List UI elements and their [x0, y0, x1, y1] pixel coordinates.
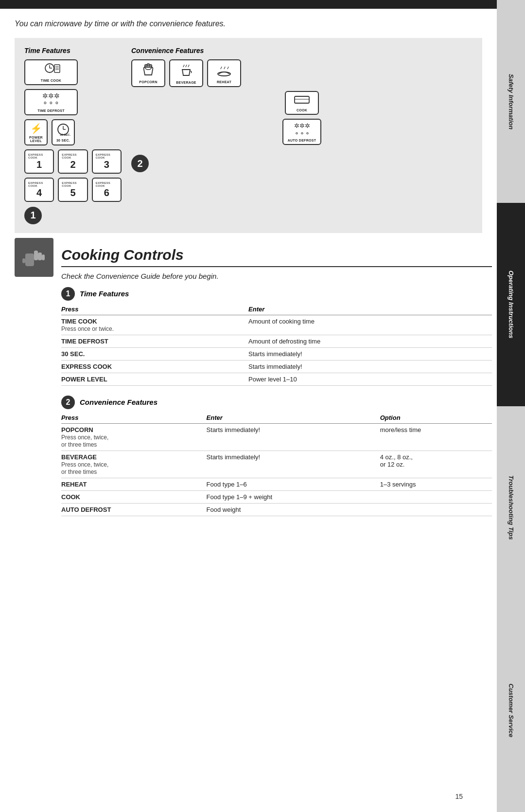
col-option-2: Option	[380, 412, 492, 424]
table-row: COOK Food type 1–9 + weight	[61, 490, 492, 503]
express-1-number: 1	[36, 159, 42, 170]
time-features-heading: Time Features	[24, 47, 122, 54]
row-enter: Starts immediately!	[207, 451, 380, 478]
row-enter: Starts immediately!	[207, 423, 380, 451]
power-sec-row: ⚡ POWERLEVEL 30 SEC. 30 SEC.	[24, 119, 122, 145]
sidebar-tab-safety[interactable]: Safety Information	[497, 0, 525, 203]
auto-defrost-icon: ✲✲✲⚬⚬⚬	[294, 122, 310, 137]
time-defrost-icon: ✲✲✲⚬⚬⚬	[42, 92, 60, 108]
convenience-features-heading: Convenience Features	[131, 47, 472, 54]
table-row: REHEAT Food type 1–6 1–3 servings	[61, 478, 492, 490]
power-level-button[interactable]: ⚡ POWERLEVEL	[24, 119, 48, 145]
svg-point-15	[218, 72, 230, 76]
time-cook-button[interactable]: TIME COOK	[24, 59, 78, 85]
express-5-button[interactable]: EXPRESS COOK 5	[58, 178, 88, 202]
conv-features-table: Press Enter Option POPCORN Press once, t…	[61, 412, 492, 516]
auto-defrost-button[interactable]: ✲✲✲⚬⚬⚬ AUTO DEFROST	[282, 119, 321, 145]
row-option	[380, 503, 492, 516]
row-enter: Amount of cooking time	[248, 315, 492, 335]
sidebar-tab-troubleshooting[interactable]: Troubleshooting Tips	[497, 406, 525, 609]
svg-rect-20	[38, 253, 42, 260]
time-defrost-label: TIME DEFROST	[37, 109, 65, 112]
cook-icon	[293, 94, 311, 107]
time-features-num-row: 1 Time Features	[61, 287, 492, 301]
express-2-number: 2	[70, 159, 75, 170]
row-enter: Food weight	[207, 503, 380, 516]
express-3-number: 3	[104, 159, 109, 170]
cook-button[interactable]: COOK	[285, 91, 319, 115]
cooking-controls-section: Cooking Controls Check the Convenience G…	[53, 247, 497, 526]
cc-header: Cooking Controls	[61, 247, 492, 267]
svg-rect-18	[25, 253, 34, 266]
sec30-button[interactable]: 30 SEC. 30 SEC.	[52, 119, 75, 145]
express-6-top-label: EXPRESS COOK	[96, 181, 118, 187]
table-row: TIME DEFROST Amount of defrosting time	[61, 335, 492, 347]
popcorn-button[interactable]: POPCORN	[131, 59, 165, 87]
conv-row-1: POPCORN BEVERAGE	[131, 59, 472, 87]
row-press: EXPRESS COOK	[61, 360, 248, 373]
sidebar-tab-label: Customer Service	[508, 684, 515, 738]
row-press: REHEAT	[61, 478, 207, 490]
row-press: TIME DEFROST	[61, 335, 248, 347]
conv-features-circle: 2	[61, 396, 75, 409]
express-5-number: 5	[70, 187, 75, 198]
express-4-button[interactable]: EXPRESS COOK 4	[24, 178, 54, 202]
svg-text:30 SEC.: 30 SEC.	[60, 133, 71, 136]
main-content: You can microwave by time or with the co…	[0, 0, 497, 812]
table-row: 30 SEC. Starts immediately!	[61, 347, 492, 360]
svg-rect-3	[54, 65, 60, 72]
reheat-button[interactable]: REHEAT	[207, 59, 241, 87]
cooking-controls-wrapper: Cooking Controls Check the Convenience G…	[0, 238, 497, 526]
power-icon: ⚡	[30, 123, 42, 134]
express-4-number: 4	[36, 187, 42, 198]
auto-defrost-label: AUTO DEFROST	[288, 139, 316, 142]
express-2-button[interactable]: EXPRESS COOK 2	[58, 149, 88, 174]
row-option	[380, 490, 492, 503]
convenience-features-block: 2 Convenience Features Press Enter Optio…	[61, 396, 492, 516]
time-features-circle: 1	[61, 287, 75, 301]
cook-label: COOK	[297, 108, 307, 112]
row-option: 4 oz., 8 oz.,or 12 oz.	[380, 451, 492, 478]
intro-section: You can microwave by time or with the co…	[0, 9, 497, 33]
popcorn-label: POPCORN	[139, 80, 158, 84]
intro-text: You can microwave by time or with the co…	[15, 19, 482, 28]
hand-icon	[15, 238, 53, 277]
beverage-icon	[179, 63, 193, 79]
popcorn-icon	[141, 63, 156, 79]
table-row: BEVERAGE Press once, twice,or three time…	[61, 451, 492, 478]
sidebar-tab-customer[interactable]: Customer Service	[497, 609, 525, 812]
col-press-1: Press	[61, 304, 248, 315]
express-3-button[interactable]: EXPRESS COOK 3	[92, 149, 122, 174]
express-3-top-label: EXPRESS COOK	[96, 153, 118, 159]
row-press: 30 SEC.	[61, 347, 248, 360]
express-5-top-label: EXPRESS COOK	[62, 181, 84, 187]
cc-subtitle: Check the Convenience Guide before you b…	[61, 272, 492, 280]
row-press: AUTO DEFROST	[61, 503, 207, 516]
row-press: COOK	[61, 490, 207, 503]
row-press: POPCORN Press once, twice,or three times	[61, 423, 207, 451]
express-456-row: EXPRESS COOK 4 EXPRESS COOK 5 EXPRESS CO…	[24, 178, 122, 202]
col-enter-1: Enter	[248, 304, 492, 315]
express-1-button[interactable]: EXPRESS COOK 1	[24, 149, 54, 174]
sidebar-tab-operating[interactable]: Operating Instructions	[497, 203, 525, 406]
diagram-circle-1: 1	[24, 207, 42, 224]
col-press-2: Press	[61, 412, 207, 424]
sec30-icon: 30 SEC.	[55, 123, 71, 137]
col-enter-2: Enter	[207, 412, 380, 424]
circle-2-wrapper: 2	[131, 150, 472, 172]
row-press: BEVERAGE Press once, twice,or three time…	[61, 451, 207, 478]
row-option: more/less time	[380, 423, 492, 451]
row-enter: Amount of defrosting time	[248, 335, 492, 347]
svg-rect-21	[42, 254, 45, 260]
express-6-button[interactable]: EXPRESS COOK 6	[92, 178, 122, 202]
cook-row: COOK	[131, 91, 472, 115]
row-enter: Starts immediately!	[248, 360, 492, 373]
power-label: POWERLEVEL	[29, 136, 43, 143]
reheat-label: REHEAT	[217, 80, 231, 84]
table-row: POWER LEVEL Power level 1–10	[61, 373, 492, 385]
row-enter: Food type 1–9 + weight	[207, 490, 380, 503]
time-defrost-button[interactable]: ✲✲✲⚬⚬⚬ TIME DEFROST	[24, 89, 78, 115]
beverage-button[interactable]: BEVERAGE	[169, 59, 203, 87]
page-number: 15	[455, 793, 463, 800]
row-option: 1–3 servings	[380, 478, 492, 490]
